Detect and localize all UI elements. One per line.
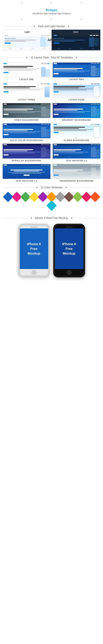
- menu-item: [47, 84, 50, 84]
- transparent-logo: [54, 164, 57, 166]
- divider-diamond: [75, 56, 77, 58]
- slider-nav: [53, 124, 101, 126]
- parallax-menu: [41, 144, 50, 145]
- divider-line-right: [78, 58, 98, 58]
- dark-mock-menu-item: [93, 35, 95, 36]
- menu-item: [41, 104, 44, 104]
- gradient-nav: [53, 103, 101, 105]
- menu-item: [41, 63, 44, 64]
- divider-diamond: [33, 25, 35, 27]
- iphone-white-home: [32, 270, 36, 275]
- menu-item: [94, 165, 97, 165]
- light-panel-content: BRILLIANT FEATURES: [4, 34, 51, 49]
- menu-item: [94, 124, 97, 125]
- layout-thumb-textrot1: [53, 144, 101, 159]
- transparent-menu: [91, 165, 100, 165]
- iphone-white-speaker: [31, 227, 37, 228]
- layout-item-textrot1: TEXT ROTATOR V.1: [53, 144, 101, 162]
- layout-label-two: LAYOUT TWO: [69, 78, 84, 81]
- layout-thumb-one: [2, 62, 51, 78]
- video-menu: [41, 104, 50, 104]
- divider-diamond: [26, 56, 28, 58]
- transparent-nav: [53, 164, 101, 166]
- star-icon: ★: [50, 18, 53, 20]
- dark-panel-content: BRILLIANT FEATURES: [53, 34, 100, 49]
- parallax-logo: [3, 144, 7, 145]
- layout-four-menu: [91, 84, 100, 84]
- parallax-nav: [3, 144, 50, 146]
- dark-light-panels: Light BRILLIANT FEATURES: [2, 30, 101, 50]
- solid-logo: [3, 124, 7, 125]
- menu-item: [41, 124, 44, 125]
- divider-diamond: [30, 217, 32, 219]
- layout-label-gradient: GRADIENT BACKGROUND: [62, 119, 91, 121]
- star-icon: ★: [80, 1, 82, 4]
- menu-item: [44, 104, 47, 104]
- layout-four-nav: [53, 83, 101, 85]
- menu-item: [47, 124, 50, 125]
- iphone-black-text: iPhone 6FreeMockup: [62, 242, 76, 256]
- light-mock-content: BRILLIANT FEATURES: [5, 37, 39, 46]
- divider-line-right: [68, 188, 98, 188]
- iphone-section: iPhone 6FreeMockup iPhone 6FreeMockup: [0, 221, 103, 281]
- dark-mock-content: BRILLIANT FEATURES: [54, 37, 89, 46]
- textrot1-menu: [91, 144, 100, 145]
- video-nav: [3, 103, 50, 105]
- layout-item-four: LAYOUT FOUR: [53, 83, 101, 101]
- layout-thumb-slider: [53, 123, 101, 138]
- layout-label-video: VIDEO BACKGROUND: [14, 119, 39, 121]
- layouts-divider: 12 Layout Style, Total 32 Templates: [0, 53, 103, 61]
- brand-apps: Apps: [50, 8, 57, 12]
- slider-logo: [54, 124, 57, 125]
- iphone-black-home: [67, 270, 72, 275]
- layout-two-menu: [91, 63, 100, 64]
- layout-label-textrot1: TEXT ROTATOR V.1: [66, 160, 87, 162]
- menu-item: [47, 63, 50, 64]
- colors-divider: 12 Color Schemes: [0, 183, 103, 191]
- menu-item: [41, 144, 44, 145]
- header-subtitle: WordPress App Landing Page Features: [2, 12, 101, 15]
- star-icon: ★: [21, 1, 23, 4]
- layout-item-video: VIDEO BACKGROUND: [2, 103, 51, 121]
- menu-item: [91, 104, 94, 104]
- star-icon: ★: [80, 18, 82, 20]
- layout-item-two: LAYOUT TWO: [53, 62, 101, 81]
- layout-thumb-four: [53, 83, 101, 98]
- menu-item: [44, 63, 47, 64]
- layout-label-textrot2: TEXT ROTATOR V.2: [16, 180, 37, 182]
- layout-thumb-two: [53, 62, 101, 78]
- iphone-white-text: iPhone 6FreeMockup: [27, 242, 41, 256]
- menu-item: [91, 124, 94, 125]
- textrot2-logo: [3, 164, 7, 166]
- stars-decoration-2: ★ ★ ★: [0, 16, 103, 22]
- textrot1-logo: [54, 144, 57, 145]
- menu-item: [97, 63, 100, 64]
- dark-panel-label: Dark: [53, 31, 100, 33]
- solid-menu: [41, 124, 50, 125]
- layouts-section-title: 12 Layout Style, Total 32 Templates: [29, 56, 74, 59]
- dark-light-divider: Dark and Light Version: [0, 22, 103, 30]
- brand-rx: Rx: [46, 8, 50, 12]
- divider-line-left: [5, 26, 32, 26]
- menu-item: [44, 165, 47, 165]
- menu-item: [97, 165, 100, 165]
- menu-item: [91, 144, 94, 145]
- iphone-white: iPhone 6FreeMockup: [18, 224, 50, 278]
- menu-item: [47, 104, 50, 104]
- layout-label-four: LAYOUT FOUR: [68, 98, 85, 101]
- iphone-black-container: iPhone 6FreeMockup: [53, 224, 85, 278]
- menu-item: [91, 84, 94, 84]
- layout-item-one: LAYOUT ONE: [2, 62, 51, 81]
- divider-line-right: [74, 218, 98, 218]
- menu-item: [94, 84, 97, 84]
- divider-diamond: [68, 25, 70, 27]
- colors-section-title: 12 Color Schemes: [39, 186, 64, 189]
- layout-item-slider: SLIDER BACKGROUND: [53, 123, 101, 142]
- layout-item-textrot2: TEXT ROTATOR V.2: [2, 164, 51, 182]
- divider-line-right: [71, 26, 98, 26]
- layout-label-parallax: PARALLAX BACKGROUND: [12, 160, 41, 162]
- video-logo: [3, 104, 7, 105]
- layout-thumb-gradient: [53, 103, 101, 118]
- light-panel-label: Light: [4, 31, 51, 33]
- layout-label-one: LAYOUT ONE: [19, 78, 34, 81]
